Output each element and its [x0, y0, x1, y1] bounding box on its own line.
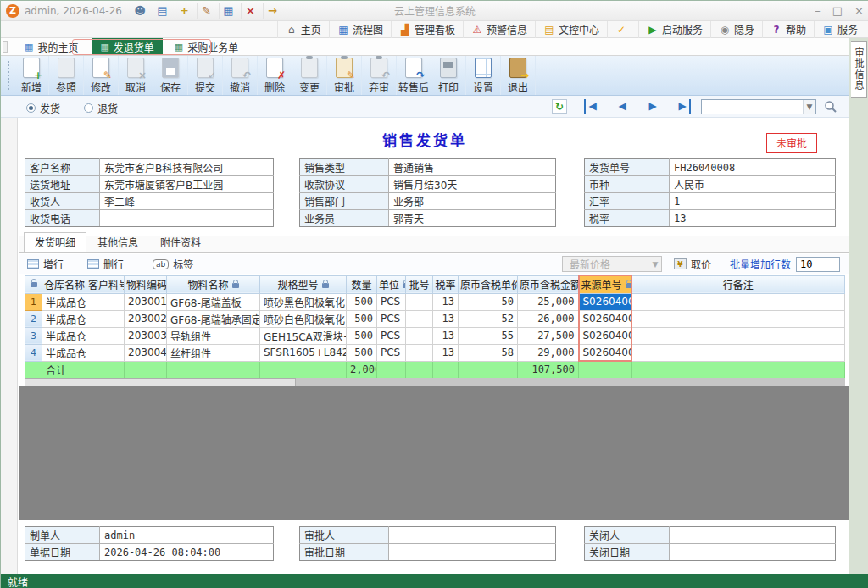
cell-unit-price[interactable]: 52	[459, 310, 518, 327]
cell-customer-part[interactable]	[86, 344, 125, 361]
col-unit-price[interactable]: 原币含税单价	[459, 275, 518, 293]
tabbar-drag-handle[interactable]	[3, 41, 8, 53]
tax-rate-field[interactable]: 13	[670, 210, 836, 227]
cell-material-code[interactable]: 203002	[125, 310, 167, 327]
exchange-rate-field[interactable]: 1	[670, 193, 836, 210]
col-source-order[interactable]: 来源单号	[579, 275, 632, 293]
cell-material-name[interactable]: 丝杆组件	[167, 344, 260, 361]
menu-home[interactable]: ⌂主页	[277, 21, 329, 38]
col-amount[interactable]: 原币含税金额	[518, 275, 579, 293]
first-record-icon[interactable]: ◀	[584, 99, 599, 114]
exit-button[interactable]: →退出	[501, 56, 536, 95]
tab-delivery-detail[interactable]: 发货明细	[24, 232, 86, 252]
delivery-no-field[interactable]: FH26040008	[670, 159, 836, 176]
tab-attachments[interactable]: 附件资料	[149, 232, 212, 252]
get-price-button[interactable]: ¥取价	[674, 257, 711, 271]
cell-source-order[interactable]: S026040004	[579, 293, 632, 310]
cell-line-remark[interactable]	[632, 310, 845, 327]
row-selector[interactable]: 2	[25, 310, 42, 327]
customer-name-field[interactable]: 东莞市客户B科技有限公司	[100, 159, 274, 176]
receiver-phone-field[interactable]	[100, 210, 274, 227]
unapprove-button[interactable]: ↶弃审	[362, 56, 397, 95]
scrollbar-thumb[interactable]	[25, 378, 296, 386]
menu-start-service[interactable]: ▶启动服务	[638, 21, 710, 38]
cell-warehouse[interactable]: 半成品仓	[42, 344, 86, 361]
menu-doc-center[interactable]: ▤文控中心	[535, 21, 607, 38]
menu-help[interactable]: ?帮助	[762, 21, 814, 38]
cell-tax[interactable]: 13	[433, 310, 459, 327]
cell-warehouse[interactable]: 半成品仓	[42, 310, 86, 327]
cell-batch[interactable]	[406, 327, 433, 344]
cell-tax[interactable]: 13	[433, 344, 459, 361]
cell-tax[interactable]: 13	[433, 293, 459, 310]
radio-return[interactable]: 退货	[84, 101, 118, 115]
menu-service[interactable]: ▣服务	[814, 21, 865, 38]
delete-row-button[interactable]: 删行	[87, 257, 124, 271]
sales-type-field[interactable]: 普通销售	[389, 159, 556, 176]
receiver-field[interactable]: 李二峰	[100, 193, 274, 210]
cell-material-name[interactable]: 导轨组件	[167, 327, 260, 344]
settings-button[interactable]: 设置	[466, 56, 501, 95]
menu-flowchart[interactable]: ▦流程图	[329, 21, 391, 38]
cell-qty[interactable]: 500	[347, 344, 377, 361]
col-warehouse[interactable]: 仓库名称	[42, 275, 86, 293]
delivery-address-field[interactable]: 东莞市塘厦镇客户B工业园	[100, 176, 274, 193]
cell-material-code[interactable]: 203001	[125, 293, 167, 310]
cell-warehouse[interactable]: 半成品仓	[42, 327, 86, 344]
cell-spec[interactable]: 喷砂白色阳极氧化	[260, 310, 347, 327]
logout-door-icon[interactable]: →	[263, 3, 281, 19]
skin-theme-icon[interactable]: ▦	[219, 3, 237, 19]
chevron-down-icon[interactable]: ▼	[803, 100, 815, 114]
sales-dept-field[interactable]: 业务部	[389, 193, 556, 210]
menu-invisible[interactable]: ◉隐身	[710, 21, 762, 38]
row-selector[interactable]: 1	[25, 293, 42, 310]
cell-material-name[interactable]: GF68-尾端盖板	[167, 293, 260, 310]
cell-material-code[interactable]: 203004	[125, 344, 167, 361]
approval-info-tab[interactable]: 审批信息	[851, 41, 867, 98]
new-button[interactable]: +新增	[14, 56, 49, 95]
search-icon[interactable]	[823, 99, 838, 114]
price-mode-combobox[interactable]: 最新价格 ▼	[562, 256, 662, 272]
change-button[interactable]: 变更	[292, 56, 327, 95]
col-unit[interactable]: 单位	[377, 275, 406, 293]
tab-my-homepage[interactable]: ▦ 我的主页	[16, 38, 86, 55]
user-switch-icon[interactable]: ☻	[131, 3, 149, 19]
col-batch[interactable]: 批号	[406, 275, 433, 293]
add-row-button[interactable]: 增行	[27, 257, 64, 271]
col-line-remark[interactable]: 行备注	[632, 275, 845, 293]
row-selector[interactable]: 4	[25, 344, 42, 361]
cell-material-name[interactable]: GF68-尾端轴承固定座	[167, 310, 260, 327]
currency-field[interactable]: 人民币	[670, 176, 836, 193]
maximize-button[interactable]: □	[832, 4, 843, 17]
cell-batch[interactable]	[406, 310, 433, 327]
cell-unit-price[interactable]: 55	[459, 327, 518, 344]
cell-batch[interactable]	[406, 293, 433, 310]
cell-customer-part[interactable]	[86, 310, 125, 327]
approve-button[interactable]: ✎审批	[327, 56, 362, 95]
delete-button[interactable]: ✗删除	[258, 56, 292, 95]
tab-purchase-order[interactable]: ▦ 采购业务单	[166, 38, 247, 55]
tag-button[interactable]: ab标签	[153, 257, 193, 271]
col-tax[interactable]: 税率	[433, 275, 459, 293]
cell-qty[interactable]: 500	[347, 327, 377, 344]
cell-qty[interactable]: 500	[347, 293, 377, 310]
cell-amount[interactable]: 26,000	[518, 310, 579, 327]
reference-button[interactable]: 参照	[49, 56, 84, 95]
account-form-icon[interactable]: ▤	[153, 3, 171, 19]
save-button[interactable]: 保存	[153, 56, 188, 95]
cell-customer-part[interactable]	[86, 293, 125, 310]
record-search-combobox[interactable]: ▼	[701, 99, 816, 114]
clean-brush-icon[interactable]: ✎	[197, 3, 215, 19]
cell-spec[interactable]: 喷砂黑色阳极氧化	[260, 293, 347, 310]
menu-dashboard[interactable]: ▟管理看板	[391, 21, 463, 38]
cell-unit-price[interactable]: 58	[459, 344, 518, 361]
close-all-icon[interactable]: ×	[241, 3, 259, 19]
col-spec[interactable]: 规格型号	[260, 275, 347, 293]
cell-unit-price[interactable]: 50	[459, 293, 518, 310]
cell-qty[interactable]: 500	[347, 310, 377, 327]
cell-spec[interactable]: GEH15CA双滑块+L775	[260, 327, 347, 344]
next-record-icon[interactable]: ▶	[645, 99, 660, 114]
cell-amount[interactable]: 29,000	[518, 344, 579, 361]
cell-source-order[interactable]: S026040004	[579, 310, 632, 327]
undo-button[interactable]: ↶撤消	[223, 56, 258, 95]
